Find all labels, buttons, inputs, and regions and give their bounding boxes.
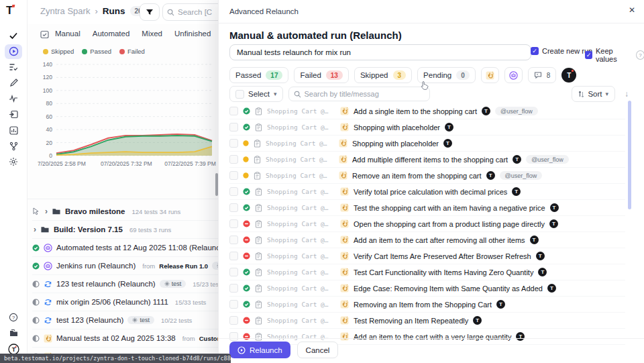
automated-filter-chip[interactable] — [504, 67, 523, 83]
sidebar-item-list-check[interactable] — [5, 60, 22, 74]
svg-text:20: 20 — [46, 140, 53, 146]
test-row-checkbox[interactable] — [229, 252, 238, 260]
test-row-checkbox[interactable] — [229, 219, 238, 228]
test-row-checkbox[interactable] — [229, 155, 238, 164]
test-row-checkbox[interactable] — [229, 203, 238, 212]
sidebar-item-help[interactable]: ? — [5, 310, 22, 325]
clipboard-icon — [255, 284, 262, 293]
manual-filter-chip[interactable] — [481, 67, 499, 83]
tree-row[interactable]: mix origin 25/06 (Relaunch) 111115/33 te… — [32, 293, 221, 311]
sidebar-item-tasks-check[interactable] — [5, 28, 22, 43]
test-row[interactable]: Shopping Cart @…Verify total price calcu… — [229, 184, 625, 200]
tree-row[interactable]: ›Bravo milestone124 tests 34 runs — [32, 203, 221, 221]
test-row[interactable]: Shopping Cart @…Test Cart Functionality … — [229, 264, 625, 280]
assignee-avatar[interactable]: T — [561, 68, 576, 83]
panel-scrollbar-thumb[interactable] — [628, 101, 631, 209]
test-row-checkbox[interactable] — [229, 300, 238, 309]
chevron-down-icon: ▾ — [274, 91, 277, 97]
test-row-checkbox[interactable] — [229, 187, 238, 196]
sidebar-item-projects-folder[interactable] — [5, 326, 22, 341]
test-row[interactable]: Shopping Cart @…Add a single item to the… — [229, 103, 625, 119]
test-row[interactable]: Shopping Cart @…Test the shopping cart w… — [229, 200, 625, 216]
clipboard-icon — [255, 268, 262, 276]
sidebar-item-pencil[interactable] — [5, 76, 22, 91]
legend-item-skipped[interactable]: Skipped — [43, 48, 74, 55]
tab-manual[interactable]: Manual — [55, 30, 80, 38]
test-row-checkbox[interactable] — [229, 139, 238, 148]
tree-row[interactable]: ›Build: Version 7.1569 tests 3 runs — [32, 221, 221, 239]
close-icon[interactable]: ✕ — [629, 5, 635, 15]
test-row-checkbox[interactable] — [229, 332, 238, 341]
keep-values-checkbox[interactable]: ✓ Keep values ? — [585, 47, 644, 63]
test-row[interactable]: Shopping Cart @…Open the shopping cart f… — [229, 216, 625, 232]
folder-icon — [40, 225, 50, 234]
test-row[interactable]: Shopping Cart @…Remove an item from the … — [229, 168, 625, 184]
status-chip-passed[interactable]: Passed17 — [229, 67, 288, 83]
sidebar-item-branch[interactable] — [5, 139, 22, 154]
status-chip-count: 0 — [456, 70, 470, 80]
sort-dropdown[interactable]: Sort ▾ — [572, 86, 615, 102]
tree-row[interactable]: 123 test relaunch (Relaunch)test15/23 te… — [32, 275, 221, 293]
app-logo-icon[interactable]: T — [6, 4, 13, 17]
assignee-avatar: T — [550, 203, 559, 212]
cancel-button[interactable]: Cancel — [297, 342, 339, 358]
tree-row[interactable]: Automated tests at 12 Aug 2025 11:08 (Re… — [32, 239, 221, 257]
test-row-checkbox[interactable] — [229, 316, 238, 325]
test-row-checkbox[interactable] — [229, 123, 238, 132]
test-row-checkbox[interactable] — [229, 284, 238, 293]
test-row[interactable]: Shopping Cart @…Add multiple different i… — [229, 152, 625, 168]
panel-search-input[interactable]: Search by title/messag — [288, 87, 430, 101]
tab-unfinished[interactable]: Unfinished — [174, 30, 211, 38]
test-row[interactable]: Shopping Cart @…Shopping with placeholde… — [229, 136, 625, 152]
assignee-avatar: T — [513, 155, 521, 164]
tree-row[interactable]: test 123 (Relaunch)test10/22 tests — [32, 311, 221, 329]
test-row[interactable]: Shopping Cart @…Verify Cart Items Are Pr… — [229, 248, 625, 264]
help-icon[interactable]: ? — [636, 50, 644, 60]
select-dropdown[interactable]: Select ▾ — [229, 86, 283, 102]
status-chip-skipped[interactable]: Skipped3 — [354, 67, 412, 83]
sidebar-item-runs-play[interactable] — [5, 44, 22, 59]
test-row[interactable]: Shopping Cart @…Removing an Item from th… — [229, 297, 625, 313]
breadcrumb-project[interactable]: Zyntra Spark — [40, 6, 90, 16]
tab-automated[interactable]: Automated — [93, 30, 130, 38]
runs-board-icon[interactable] — [40, 30, 49, 39]
tree-row[interactable]: Jenkins run (Relaunch)fromRelease Run 1.… — [32, 257, 221, 275]
test-row-checkbox[interactable] — [229, 268, 238, 276]
clipboard-icon — [255, 188, 262, 196]
clipboard-icon — [255, 236, 262, 244]
clipboard-icon — [255, 301, 262, 309]
test-row[interactable]: Shopping Cart @…Edge Case: Removing Item… — [229, 280, 625, 297]
test-row-checkbox[interactable] — [229, 107, 238, 115]
tree-row[interactable]: Manual tests at 02 Aug 2025 13:38fromCus… — [32, 329, 221, 348]
sidebar-item-settings-gear[interactable] — [5, 154, 22, 169]
test-suite-path: Shopping Cart @… — [267, 252, 335, 260]
test-suite-path: Shopping Cart @… — [267, 317, 335, 324]
chevron-right-icon[interactable]: › — [34, 225, 36, 234]
test-row-checkbox[interactable] — [229, 236, 238, 244]
collapse-arrow-button[interactable]: ↓ — [619, 89, 634, 99]
test-row[interactable]: Shopping Cart @…Add an item to the cart … — [229, 232, 625, 248]
relaunch-button[interactable]: Relaunch — [229, 342, 290, 358]
comments-filter-chip[interactable]: 8 — [528, 67, 557, 83]
legend-item-failed[interactable]: Failed — [119, 48, 145, 55]
test-row-checkbox[interactable] — [229, 171, 238, 180]
sidebar-item-pulse[interactable] — [5, 91, 22, 106]
sidebar-item-import[interactable] — [5, 107, 22, 122]
breadcrumb-page[interactable]: Runs — [103, 6, 125, 16]
test-row[interactable]: Shopping Cart @…Test Removing an Item Re… — [229, 313, 625, 329]
test-row[interactable]: Shopping Cart @…Shopping with placeholde… — [229, 119, 625, 136]
create-new-run-checkbox[interactable]: ✓ Create new run — [531, 47, 592, 55]
sidebar-item-report[interactable] — [5, 123, 22, 138]
status-chip-label: Pending — [423, 71, 451, 79]
tab-mixed[interactable]: Mixed — [142, 30, 162, 38]
status-chip-failed[interactable]: Failed13 — [294, 67, 348, 83]
test-title: Test Cart Functionality with Items Havin… — [354, 268, 533, 276]
chevron-right-icon[interactable]: › — [45, 207, 48, 216]
clipboard-icon — [255, 317, 262, 325]
legend-item-passed[interactable]: Passed — [82, 48, 111, 55]
run-name-input[interactable] — [229, 44, 531, 60]
pulse-icon — [9, 95, 18, 103]
manual-test-icon — [486, 71, 494, 80]
filter-button[interactable] — [140, 3, 160, 21]
select-all-checkbox[interactable] — [235, 90, 244, 99]
